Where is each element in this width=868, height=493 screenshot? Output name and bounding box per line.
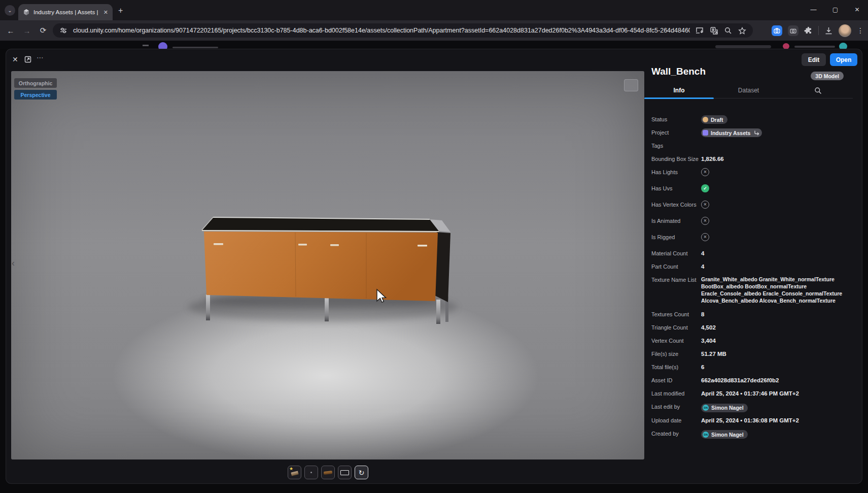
site-info-icon[interactable] <box>59 26 68 35</box>
preview-thumbnail-strip: ★ ↻ <box>288 466 368 479</box>
thumbnail-ai-preview[interactable]: ★ <box>288 466 301 479</box>
info-row-project: ProjectIndustry Assets <box>651 128 856 138</box>
browser-tab[interactable]: Industry Assets | Assets | Unity ✕ <box>18 4 113 20</box>
texture-name-line: Alcova_Bench_albedo Alcova_Bench_normalT… <box>701 297 842 304</box>
url-bar[interactable]: cloud.unity.com/home/organizations/90714… <box>53 23 753 38</box>
row-value: 51.27 MB <box>701 350 726 358</box>
row-value: ✕ <box>701 168 709 176</box>
row-value: Draft <box>701 115 727 124</box>
wireframe-box-icon <box>340 470 349 475</box>
project-link-icon <box>754 130 759 136</box>
panel-search-icon[interactable] <box>783 83 853 98</box>
active-tab-underline <box>644 97 714 99</box>
project-pill[interactable]: Industry Assets <box>701 128 762 137</box>
info-row-last-edit-by: Last edit bySNSimon Nagel <box>651 403 856 412</box>
browser-menu-kebab-icon[interactable]: ⋮ <box>857 26 864 35</box>
user-avatar: SN <box>703 405 709 411</box>
row-label: Asset ID <box>651 376 701 384</box>
zoom-icon[interactable] <box>723 26 733 35</box>
back-button[interactable]: ← <box>4 24 17 37</box>
send-to-device-icon[interactable] <box>695 26 704 35</box>
info-row-total-file-s: Total file(s)6 <box>651 363 856 371</box>
bookmark-star-icon[interactable] <box>738 26 747 35</box>
background-text-ghost <box>172 47 218 48</box>
tab-info[interactable]: Info <box>644 83 714 98</box>
thumbnail-texture-view[interactable] <box>321 466 335 479</box>
info-row-bounding-box-size: Bounding Box Size1,826.66 <box>651 155 856 163</box>
tab-close-icon[interactable]: ✕ <box>103 9 108 16</box>
profile-avatar[interactable] <box>839 24 851 37</box>
row-value: 4 <box>701 249 704 257</box>
window-minimize-button[interactable]: — <box>803 1 824 18</box>
thumbnail-turntable-view-selected[interactable]: ↻ <box>355 466 368 479</box>
thumbnail-dot-view[interactable] <box>304 466 318 479</box>
browser-tab-strip: ⌄ Industry Assets | Assets | Unity ✕ + —… <box>0 0 868 20</box>
user-pill: SNSimon Nagel <box>701 430 748 439</box>
row-value: SNSimon Nagel <box>701 403 748 412</box>
row-value: ✓ <box>701 184 709 192</box>
project-icon <box>703 130 708 136</box>
perspective-button[interactable]: Perspective <box>14 90 57 100</box>
orthographic-button[interactable]: Orthographic <box>14 78 57 88</box>
info-row-status: StatusDraft <box>651 115 856 124</box>
tab-dataset[interactable]: Dataset <box>714 83 783 98</box>
x-circle-icon: ✕ <box>701 201 709 209</box>
url-text[interactable]: cloud.unity.com/home/organizations/90714… <box>73 27 690 34</box>
texture-name-line: Granite_White_albedo Granite_White_norma… <box>701 276 842 283</box>
row-value: 4,502 <box>701 323 716 332</box>
row-label: Has Vertex Colors <box>651 201 701 209</box>
extensions-puzzle-icon[interactable] <box>804 26 813 35</box>
translate-icon[interactable] <box>709 26 718 35</box>
new-tab-button[interactable]: + <box>118 7 123 15</box>
3d-viewport[interactable]: Orthographic Perspective ‹ <box>11 71 644 459</box>
info-row-asset-id: Asset ID662a4028d831a27ded26f0b2 <box>651 376 856 384</box>
info-row-textures-count: Textures Count8 <box>651 310 856 318</box>
info-row-created-by: Created bySNSimon Nagel <box>651 430 856 439</box>
background-page-strip <box>0 41 868 49</box>
asset-type-badge: 3D Model <box>811 72 844 80</box>
row-label: File(s) size <box>651 350 701 358</box>
texture-name-line: BootBox_albedo BootBox_normalTexture <box>701 283 842 290</box>
row-label: Textures Count <box>651 310 701 318</box>
x-circle-icon: ✕ <box>701 233 709 241</box>
panel-tabs: Info Dataset <box>644 83 853 98</box>
row-label: Is Rigged <box>651 233 701 241</box>
user-avatar: SN <box>703 432 709 438</box>
view-gizmo-button[interactable] <box>624 79 638 91</box>
info-row-is-rigged: Is Rigged✕ <box>651 233 856 241</box>
downloads-icon[interactable] <box>824 26 833 35</box>
row-value: 8 <box>701 310 704 318</box>
row-label: Tags <box>651 142 701 150</box>
screen: ⌄ Industry Assets | Assets | Unity ✕ + —… <box>0 0 868 493</box>
row-value: Granite_White_albedo Granite_White_norma… <box>701 276 842 304</box>
turntable-rotate-icon: ↻ <box>359 469 365 476</box>
dot-icon <box>310 472 312 473</box>
row-label: Has Uvs <box>651 184 701 192</box>
info-row-file-s-size: File(s) size51.27 MB <box>651 350 856 358</box>
camera-extension-icon[interactable] <box>788 25 798 36</box>
modal-more-options-icon[interactable]: ⋯ <box>37 53 44 61</box>
info-row-texture-name-list: Texture Name ListGranite_White_albedo Gr… <box>651 276 856 304</box>
forward-button[interactable]: → <box>20 24 33 37</box>
info-row-tags: Tags <box>651 142 856 150</box>
collapse-chevron-icon[interactable]: ‹ <box>12 258 15 269</box>
tab-search-chevron-icon[interactable]: ⌄ <box>5 5 15 16</box>
row-value: April 25, 2024 • 01:37:46 PM GMT+2 <box>701 389 799 398</box>
modal-expand-icon[interactable] <box>24 56 31 63</box>
window-close-button[interactable]: ✕ <box>846 1 868 18</box>
row-label: Triangle Count <box>651 323 701 332</box>
thumbnail-wireframe-view[interactable] <box>338 466 352 479</box>
asset-details-modal: ✕ ⋯ Edit Open <box>6 49 862 483</box>
screenshot-extension-icon[interactable] <box>772 25 782 36</box>
background-dash <box>143 45 149 46</box>
modal-close-icon[interactable]: ✕ <box>12 55 18 63</box>
row-label: Vertex Count <box>651 337 701 345</box>
projection-toggle: Orthographic Perspective <box>14 78 57 102</box>
status-pill: Draft <box>701 115 727 124</box>
row-value: SNSimon Nagel <box>701 430 748 439</box>
row-label: Last edit by <box>651 403 701 411</box>
window-maximize-button[interactable]: ▢ <box>824 1 846 18</box>
reload-button[interactable]: ⟳ <box>37 24 50 37</box>
row-label: Has Lights <box>651 168 701 176</box>
asset-info-panel: Wall_Bench 3D Model Info Dataset StatusD… <box>644 49 862 483</box>
